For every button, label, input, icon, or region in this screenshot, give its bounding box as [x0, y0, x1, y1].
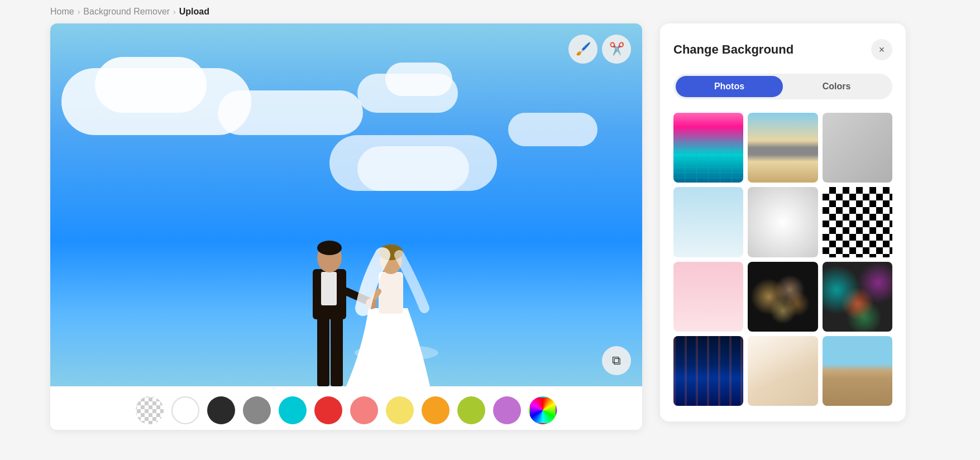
photo-grid	[673, 113, 892, 406]
bg-thumb-checkerboard[interactable]	[823, 187, 892, 257]
swatch-orange[interactable]	[422, 396, 450, 424]
bg-thumb-light-rays[interactable]	[748, 336, 818, 406]
bg-thumb-neon-city[interactable]	[673, 336, 743, 406]
right-panel: Change Background × Photos Colors	[660, 23, 906, 421]
close-button[interactable]: ×	[871, 39, 892, 60]
swatch-black[interactable]	[207, 396, 235, 424]
swatch-transparent[interactable]	[136, 396, 164, 424]
bg-thumb-brick-street[interactable]	[823, 336, 892, 406]
copy-icon: ⧉	[612, 353, 621, 368]
brush-icon: 🖌️	[576, 42, 591, 56]
breadcrumb-home[interactable]: Home	[50, 7, 74, 17]
tab-colors[interactable]: Colors	[783, 76, 890, 97]
tool-buttons: 🖌️ ✂️	[568, 35, 631, 64]
bg-thumb-gray-plain[interactable]	[823, 113, 892, 183]
bg-thumb-synthwave[interactable]	[673, 113, 743, 183]
panel-header: Change Background ×	[673, 39, 892, 60]
svg-rect-3	[321, 272, 337, 305]
wedding-background	[50, 23, 642, 386]
color-palette-row	[50, 386, 642, 430]
svg-rect-0	[317, 314, 329, 386]
swatch-pink[interactable]	[350, 396, 378, 424]
couple-svg	[235, 197, 458, 386]
cloud-2	[95, 57, 207, 113]
svg-rect-8	[379, 272, 403, 314]
breadcrumb-sep-1: ›	[78, 7, 80, 16]
brush-button[interactable]: 🖌️	[568, 35, 597, 64]
swatch-white[interactable]	[171, 396, 199, 424]
bg-thumb-colorful-blobs[interactable]	[823, 262, 892, 332]
bg-thumb-pink-clouds[interactable]	[673, 262, 743, 332]
scissors-button[interactable]: ✂️	[602, 35, 631, 64]
bg-thumb-gray-radial[interactable]	[748, 187, 818, 257]
swatch-lime[interactable]	[457, 396, 485, 424]
swatch-yellow[interactable]	[386, 396, 414, 424]
breadcrumb-tool[interactable]: Background Remover	[83, 7, 170, 17]
bg-thumb-bokeh[interactable]	[748, 262, 818, 332]
cloud-7	[357, 146, 469, 191]
swatch-red[interactable]	[314, 396, 342, 424]
close-icon: ×	[879, 44, 885, 56]
svg-rect-1	[331, 314, 343, 386]
tab-photos[interactable]: Photos	[676, 76, 783, 97]
image-canvas: 🖌️ ✂️ ⧉	[50, 23, 642, 386]
panel-title: Change Background	[673, 42, 793, 57]
swatch-rainbow[interactable]	[529, 396, 557, 424]
main-layout: 🖌️ ✂️ ⧉	[0, 23, 980, 430]
bg-thumb-light-blue[interactable]	[673, 187, 743, 257]
copy-button[interactable]: ⧉	[602, 346, 631, 375]
swatch-purple[interactable]	[493, 396, 521, 424]
breadcrumb-current: Upload	[179, 7, 209, 17]
svg-point-5	[317, 241, 342, 255]
image-area: 🖌️ ✂️ ⧉	[50, 23, 642, 430]
breadcrumb: Home › Background Remover › Upload	[0, 0, 980, 23]
cloud-8	[508, 113, 597, 146]
scissors-icon: ✂️	[609, 42, 624, 56]
cloud-5	[385, 63, 452, 96]
bg-thumb-road[interactable]	[748, 113, 818, 183]
tab-row: Photos Colors	[673, 74, 892, 99]
breadcrumb-sep-2: ›	[173, 7, 176, 16]
swatch-gray[interactable]	[243, 396, 271, 424]
cloud-3	[218, 90, 363, 135]
swatch-cyan[interactable]	[279, 396, 307, 424]
